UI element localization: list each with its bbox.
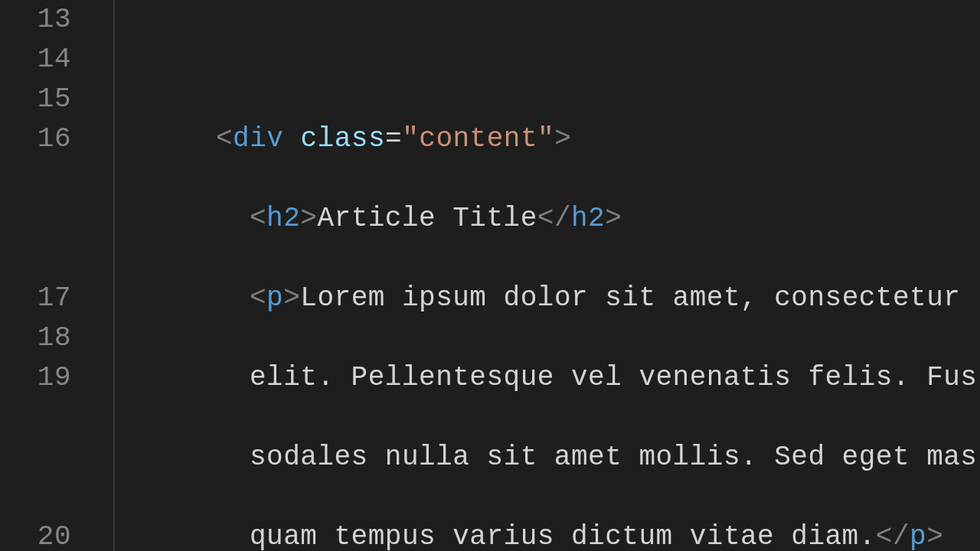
- angle-bracket-icon: >: [926, 521, 943, 551]
- angle-bracket-icon: </: [876, 521, 910, 551]
- angle-bracket-icon: >: [300, 203, 317, 234]
- tag-p: p: [266, 282, 283, 314]
- tag-p: p: [910, 521, 926, 551]
- string-quote: ": [402, 123, 419, 155]
- angle-bracket-icon: >: [605, 203, 622, 234]
- string-content: content: [419, 123, 537, 155]
- line-number: 17: [0, 279, 71, 318]
- code-line-15[interactable]: <h2>Article Title</h2>: [115, 199, 980, 239]
- angle-bracket-icon: >: [554, 123, 571, 155]
- code-line-16[interactable]: <p>Lorem ipsum dolor sit amet, consectet…: [115, 279, 980, 318]
- line-number-wrap: [0, 438, 71, 478]
- code-line-16-wrap[interactable]: elit. Pellentesque vel venenatis felis. …: [115, 358, 980, 398]
- code-line-14[interactable]: <div class="content">: [115, 119, 980, 159]
- text-content: quam tempus varius dictum vitae diam.: [250, 521, 876, 551]
- text-content: sodales nulla sit amet mollis. Sed eget …: [250, 442, 977, 473]
- code-editor[interactable]: 13 14 15 16 17 18 19 20 <div class="cont…: [0, 0, 980, 551]
- code-line-16-wrap[interactable]: quam tempus varius dictum vitae diam.</p…: [115, 517, 980, 551]
- code-line-16-wrap[interactable]: sodales nulla sit amet mollis. Sed eget …: [115, 438, 980, 478]
- tag-h2: h2: [266, 203, 300, 234]
- line-number-wrap: [0, 159, 71, 199]
- line-number: 19: [0, 358, 71, 398]
- line-number: 18: [0, 318, 71, 358]
- text-content: Lorem ipsum dolor sit amet, consectetur: [300, 282, 977, 314]
- angle-bracket-icon: <: [216, 123, 233, 155]
- line-number-wrap: [0, 199, 71, 239]
- line-number-wrap: [0, 239, 71, 279]
- angle-bracket-icon: >: [283, 282, 300, 314]
- code-area[interactable]: <div class="content"> <h2>Article Title<…: [115, 0, 980, 551]
- tag-h2: h2: [571, 203, 605, 234]
- equals-icon: =: [385, 123, 402, 155]
- string-quote: ": [537, 123, 554, 155]
- angle-bracket-icon: <: [250, 282, 266, 314]
- angle-bracket-icon: </: [537, 203, 571, 234]
- line-number: 15: [0, 80, 71, 119]
- text-content: Article Title: [317, 203, 537, 234]
- tag-div: div: [233, 123, 283, 155]
- line-number: 13: [0, 0, 71, 40]
- angle-bracket-icon: <: [250, 203, 266, 234]
- line-number: 16: [0, 119, 71, 159]
- line-number: 20: [0, 517, 71, 551]
- attr-class: class: [301, 123, 386, 155]
- line-number: 14: [0, 40, 71, 80]
- line-number-gutter: 13 14 15 16 17 18 19 20: [0, 0, 115, 551]
- line-number-wrap: [0, 398, 71, 438]
- line-number-wrap: [0, 478, 71, 517]
- code-line-13[interactable]: [115, 40, 980, 80]
- text-content: elit. Pellentesque vel venenatis felis. …: [250, 362, 977, 393]
